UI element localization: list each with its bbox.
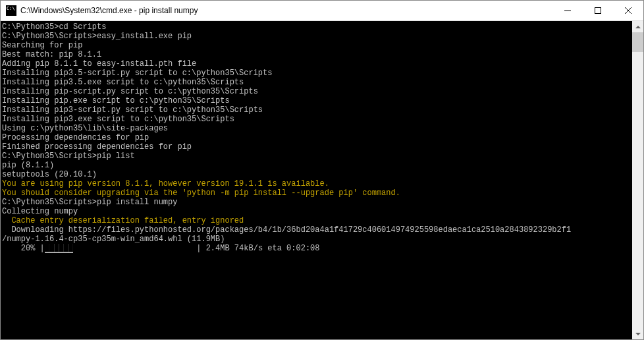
window-title: C:\Windows\System32\cmd.exe - pip instal… [20, 6, 552, 15]
titlebar[interactable]: C:\Windows\System32\cmd.exe - pip instal… [1, 1, 643, 21]
terminal-output[interactable]: C:\Python35>cd ScriptsC:\Python35\Script… [1, 21, 632, 339]
close-icon [625, 7, 631, 14]
output-line: Installing pip.exe script to c:\python35… [2, 96, 632, 105]
scrollbar-track[interactable] [632, 32, 643, 328]
output-line: pip (8.1.1) [2, 161, 632, 170]
output-line: Installing pip3.5-script.py script to c:… [2, 69, 632, 78]
output-line: Installing pip3.exe script to c:\python3… [2, 115, 632, 124]
close-button[interactable] [613, 1, 643, 20]
terminal-area: C:\Python35>cd ScriptsC:\Python35\Script… [1, 21, 643, 339]
output-line: Best match: pip 8.1.1 [2, 50, 632, 59]
output-line: Finished processing dependencies for pip [2, 142, 632, 152]
output-line: Collecting numpy [2, 207, 632, 216]
output-line: C:\Python35\Scripts>pip list [2, 152, 632, 161]
maximize-icon [595, 7, 601, 14]
output-line: C:\Python35\Scripts>pip install numpy [2, 198, 632, 207]
scrollbar-thumb[interactable] [632, 32, 643, 52]
output-line: Searching for pip [2, 41, 632, 50]
svg-rect-1 [595, 8, 601, 14]
progress-percent: 20% | [2, 244, 45, 253]
output-line: Processing dependencies for pip [2, 133, 632, 142]
output-line: C:\Python35>cd Scripts [2, 22, 632, 32]
output-line: /numpy-1.16.4-cp35-cp35m-win_amd64.whl (… [2, 235, 632, 244]
output-line: Downloading https://files.pythonhosted.o… [2, 225, 632, 235]
output-line: Adding pip 8.1.1 to easy-install.pth fil… [2, 59, 632, 69]
scroll-up-button[interactable] [632, 21, 643, 32]
svg-marker-5 [635, 333, 641, 335]
output-line: Installing pip3-script.py script to c:\p… [2, 105, 632, 115]
progress-stats: | 2.4MB 74kB/s eta 0:02:08 [73, 244, 319, 253]
output-warning: You are using pip version 8.1.1, however… [2, 179, 632, 188]
minimize-button[interactable] [552, 1, 583, 20]
output-warning: You should consider upgrading via the 'p… [2, 188, 632, 198]
maximize-button[interactable] [583, 1, 613, 20]
chevron-down-icon [635, 333, 641, 335]
chevron-up-icon [635, 26, 641, 28]
window-controls [552, 1, 643, 20]
scroll-down-button[interactable] [632, 328, 643, 339]
minimize-icon [564, 7, 571, 14]
progress-line: 20% |██████ | 2.4MB 74kB/s eta 0:02:08 [2, 244, 632, 253]
output-warning: Cache entry deserialization failed, entr… [2, 216, 632, 225]
output-line: Using c:\python35\lib\site-packages [2, 124, 632, 133]
output-line: setuptools (20.10.1) [2, 170, 632, 179]
svg-marker-4 [635, 26, 641, 28]
progress-bar-fill: ██████ [45, 244, 73, 253]
output-line: Installing pip-script.py script to c:\py… [2, 87, 632, 96]
cmd-icon [6, 5, 16, 16]
vertical-scrollbar[interactable] [632, 21, 643, 339]
output-line: Installing pip3.5.exe script to c:\pytho… [2, 78, 632, 87]
output-line: C:\Python35\Scripts>easy_install.exe pip [2, 32, 632, 41]
cmd-window: C:\Windows\System32\cmd.exe - pip instal… [0, 0, 644, 340]
